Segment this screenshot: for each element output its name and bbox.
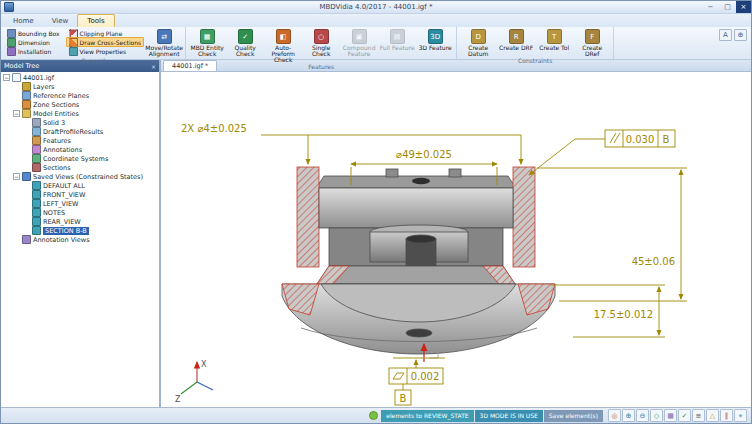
tree-item-sections[interactable]: Sections [1,163,159,172]
tree-item-annotations[interactable]: Annotations [1,145,159,154]
tree-item-section-b-b[interactable]: SECTION B-B [1,226,159,235]
create-tol-button[interactable]: T Create Tol [536,28,572,51]
model-tree-panel: Model Tree × 44001.igf Layers Reference … [1,60,160,407]
tree-item-annotation-views[interactable]: Annotation Views [1,235,159,244]
full-feature-button: ▤ Full Feature [379,28,415,51]
create-dref-button[interactable]: F Create DRef [574,28,610,57]
3d-canvas[interactable]: 2X ⌀4±0.025 ⌀49±0.025 45±0.06 17.5±0.012 [161,72,751,407]
solid-icon [32,118,41,127]
group-label-general: General [4,57,182,64]
hole-callout[interactable]: 2X ⌀4±0.025 [181,123,247,134]
sections-icon [32,163,41,172]
section-view-svg[interactable]: 2X ⌀4±0.025 ⌀49±0.025 45±0.06 17.5±0.012 [161,72,751,407]
create-dref-icon: F [585,29,600,44]
move-rotate-alignment-button[interactable]: ⇄ Move/Rotate Alignment [146,28,182,57]
annotation-views-icon [22,235,31,244]
tree-item-solid[interactable]: Solid 3 [1,118,159,127]
installation-button[interactable]: Installation [4,46,63,56]
tree-item-front-view[interactable]: FRONT_VIEW [1,190,159,199]
datum-tool-icon[interactable]: △ [706,409,719,422]
tree-item-notes[interactable]: NOTES [1,208,159,217]
tree-item-model-entities[interactable]: Model Entities [1,109,159,118]
reference-planes-icon [22,91,31,100]
tree-item-draftprofile-results[interactable]: DraftProfileResults [1,127,159,136]
maximize-button[interactable]: □ [719,1,736,13]
flatness-tolerance: 0.002 [411,371,440,382]
compound-feature-button: ▣ Compound Feature [341,28,377,57]
isometric-view-icon[interactable]: ◇ [650,409,663,422]
layers-icon [22,82,31,91]
parallel-tool-icon[interactable]: ∥ [720,409,733,422]
thickness-dimension[interactable]: 17.5±0.012 [594,309,653,320]
twisty-icon[interactable] [13,110,20,117]
app-window: MBDVidia 4.0/2017 - 44001.igf * − □ × Ho… [0,0,752,424]
3d-feature-icon: 3D [428,29,443,44]
installation-icon [7,47,16,56]
tree-item-root[interactable]: 44001.igf [1,73,159,82]
create-datum-icon: D [471,29,486,44]
ribbon-group-features: ▦ MBD Entity Check ✓ Quality Check ◧ Aut… [186,27,457,59]
create-datum-button[interactable]: D Create Datum [460,28,496,57]
diameter-dimension[interactable]: ⌀49±0.025 [396,149,452,160]
status-segment-1: elements to REVIEW_STATE [381,410,473,422]
single-check-icon: ○ [314,29,329,44]
annotation-mini-button[interactable]: A [719,29,732,41]
tree-item-zone-sections[interactable]: Zone Sections [1,100,159,109]
saved-views-icon [22,172,31,181]
x-axis-label: X [201,360,207,369]
tab-home[interactable]: Home [4,15,43,27]
results-icon [32,127,41,136]
title-bar: MBDVidia 4.0/2017 - 44001.igf * − □ × [1,1,751,14]
tree-item-default-all[interactable]: DEFAULT ALL [1,181,159,190]
zoom-out-icon[interactable]: ⊖ [636,409,649,422]
quality-check-button[interactable]: ✓ Quality Check [227,28,263,57]
create-drf-button[interactable]: R Create DRF [498,28,534,51]
features-icon [32,136,41,145]
height-dimension[interactable]: 45±0.06 [632,256,675,267]
view-icon [32,199,41,208]
twisty-icon[interactable] [3,74,10,81]
viewport: 44001.igf * [161,60,751,407]
tree-item-coordinate-systems[interactable]: Coordinate Systems [1,154,159,163]
group-label-constraints: Constraints [460,57,610,64]
left-cut-wall [297,167,319,267]
tab-tools[interactable]: Tools [77,14,114,27]
add-mini-button[interactable]: ⊕ [734,29,747,41]
status-segment-2: 3D MODE IS IN USE [475,410,543,422]
tree-item-reference-planes[interactable]: Reference Planes [1,91,159,100]
auto-preform-button[interactable]: ◧ Auto-Preform Check [265,28,301,63]
create-tol-icon: T [547,29,562,44]
minimize-button[interactable]: − [702,1,719,13]
tree-item-rear-view[interactable]: REAR_VIEW [1,217,159,226]
create-drf-icon: R [509,29,524,44]
part-cross-section[interactable] [282,167,555,354]
full-feature-icon: ▤ [390,29,405,44]
refresh-view-icon[interactable]: ◎ [608,409,621,422]
target-tool-icon[interactable]: ⌖ [734,409,747,422]
tree-item-features[interactable]: Features [1,136,159,145]
close-button[interactable]: × [736,1,751,13]
parallelism-tolerance: 0.030 [626,134,655,145]
tree-item-layers[interactable]: Layers [1,82,159,91]
ribbon: Bounding Box Dimension Installation Clip… [1,27,751,60]
tab-view[interactable]: View [43,15,78,27]
single-check-button[interactable]: ○ Single Check [303,28,339,57]
compound-feature-icon: ▣ [352,29,367,44]
tree-item-left-view[interactable]: LEFT_VIEW [1,199,159,208]
quality-check-icon: ✓ [238,29,253,44]
twisty-icon[interactable] [13,173,20,180]
mbd-entity-check-button[interactable]: ▦ MBD Entity Check [189,28,225,57]
ribbon-tab-bar: Home View Tools [1,14,751,27]
tree-item-saved-views[interactable]: Saved Views (Constrained States) [1,172,159,181]
window-title: MBDVidia 4.0/2017 - 44001.igf * [1,3,751,11]
group-label-features: Features [189,63,453,70]
list-icon[interactable]: ≡ [692,409,705,422]
3d-feature-button[interactable]: 3D 3D Feature [417,28,453,51]
validate-icon[interactable]: ✓ [678,409,691,422]
view-properties-button[interactable]: View Properties [66,46,145,56]
zoom-in-icon[interactable]: ⊕ [622,409,635,422]
coordinate-systems-icon [32,154,41,163]
grid-view-icon[interactable]: ▦ [664,409,677,422]
zone-sections-icon [22,100,31,109]
view-icon [32,217,41,226]
